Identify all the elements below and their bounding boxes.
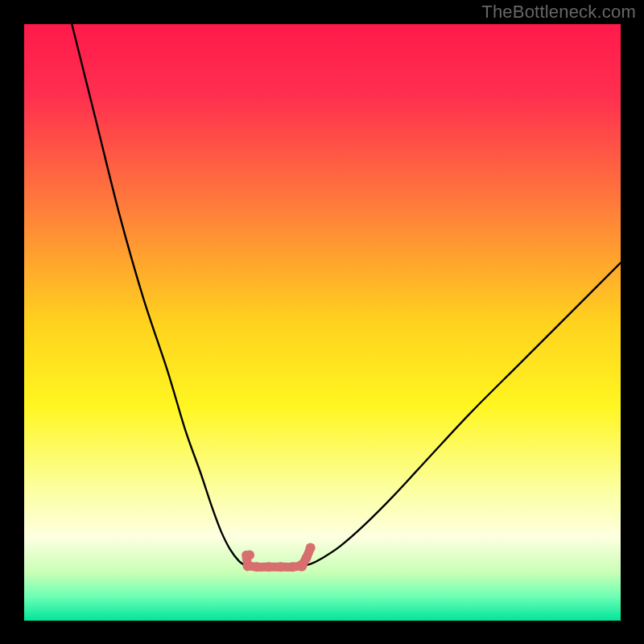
marker-dot [306, 543, 316, 553]
gradient-background [24, 24, 621, 621]
marker-dot [301, 553, 311, 563]
plot-area [24, 24, 621, 621]
marker-dot [287, 562, 297, 572]
plot-svg [24, 24, 621, 621]
marker-dot [243, 561, 253, 571]
marker-dot [264, 562, 274, 572]
chart-frame: TheBottleneck.com [0, 0, 644, 644]
marker-dot [245, 550, 254, 559]
marker-dot [276, 562, 286, 572]
marker-dot [252, 562, 262, 572]
watermark-text: TheBottleneck.com [481, 2, 636, 23]
